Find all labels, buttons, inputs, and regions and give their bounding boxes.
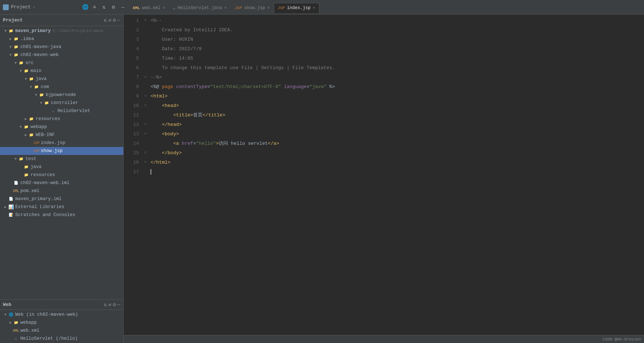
arrow-web-ch02[interactable]: ▼ bbox=[3, 312, 8, 317]
toolbar-btn-globe[interactable]: 🌐 bbox=[81, 4, 89, 11]
arrow-main[interactable]: ▼ bbox=[18, 68, 23, 73]
jsp-icon-index: JSP bbox=[278, 6, 285, 10]
web-panel-header: Web ⇅ ⇄ ⚙ — bbox=[0, 300, 123, 310]
tab-close-index-jsp[interactable]: × bbox=[313, 6, 315, 10]
arrow-scratches bbox=[3, 212, 8, 218]
web-panel-filter[interactable]: ⇄ bbox=[108, 302, 111, 308]
tab-hello-servlet[interactable]: ☕ HelloServlet.java × bbox=[169, 3, 231, 13]
web-tree-item-helloservlet[interactable]: ☕ HelloServlet (/hello) bbox=[0, 335, 123, 343]
arrow-web-inf[interactable]: ▶ bbox=[23, 132, 28, 137]
code-line-17[interactable] bbox=[151, 167, 644, 177]
code-line-15: </body> bbox=[151, 148, 644, 158]
tree-item-external-libs[interactable]: ▶ 📊 External Libraries bbox=[0, 203, 123, 211]
tree-item-resources-test[interactable]: 📁 resources bbox=[0, 171, 123, 179]
arrow-src[interactable]: ▼ bbox=[13, 60, 18, 65]
tab-close-hello-servlet[interactable]: × bbox=[224, 6, 227, 10]
fold-13[interactable]: ▽ bbox=[144, 129, 147, 139]
arrow-webapp[interactable]: ▼ bbox=[18, 124, 23, 129]
web-tree-item-web-xml[interactable]: XML web.xml bbox=[0, 327, 123, 335]
toolbar-btn-align[interactable]: ≡ bbox=[91, 4, 98, 11]
tree-item-java-main[interactable]: ▼ 📁 java bbox=[0, 75, 123, 83]
arrow-resources[interactable]: ▶ bbox=[23, 116, 28, 121]
tree-item-resources[interactable]: ▶ 📁 resources bbox=[0, 115, 123, 123]
fold-10[interactable]: ▽ bbox=[144, 101, 147, 111]
sidebar-ctrl-filter[interactable]: ⇄ bbox=[108, 17, 111, 23]
tree-item-pom-xml[interactable]: XML pom.xml bbox=[0, 187, 123, 195]
tree-item-test[interactable]: ▼ 📁 test bbox=[0, 155, 123, 163]
tree-item-web-inf[interactable]: ▶ 📁 WEB-INF bbox=[0, 131, 123, 139]
toolbar-btn-filter[interactable]: ⇅ bbox=[100, 4, 108, 11]
arrow-web-xml bbox=[8, 328, 13, 333]
arrow-test[interactable]: ▼ bbox=[13, 156, 18, 161]
arrow-java-main[interactable]: ▼ bbox=[23, 76, 28, 81]
code-line-8: <%@ page contentType="text/html;charset=… bbox=[151, 82, 644, 92]
tree-item-show-jsp[interactable]: JSP show.jsp bbox=[0, 147, 123, 155]
arrow-web-webapp[interactable]: ▶ bbox=[8, 320, 13, 325]
tree-item-controller[interactable]: ▼ 📁 controller bbox=[0, 99, 123, 107]
tree-item-maven-primary[interactable]: ▼ 📁 maven_primary E:\IDEA\Projects\mave bbox=[0, 27, 123, 35]
arrow-helloservlet bbox=[45, 108, 50, 113]
java-file-icon: ☕ bbox=[50, 108, 56, 114]
web-tree-item-web-ch02[interactable]: ▼ 🌐 Web (in ch02-maven-web) bbox=[0, 311, 123, 319]
tree-item-java-test[interactable]: 📁 java bbox=[0, 163, 123, 171]
tab-close-show-jsp[interactable]: × bbox=[267, 6, 270, 10]
tree-item-ch01[interactable]: ▼ 📁 ch01-maven-java bbox=[0, 43, 123, 51]
editor-area[interactable]: 1 2 3 4 5 6 7 8 9 10 11 12 13 14 15 16 1… bbox=[124, 15, 644, 343]
web-panel-settings[interactable]: ⚙ bbox=[113, 302, 116, 308]
sidebar-title: Project bbox=[3, 17, 23, 23]
tree-item-com[interactable]: ▼ 📁 com bbox=[0, 83, 123, 91]
code-line-9: <html> bbox=[151, 92, 644, 101]
web-panel-minimize[interactable]: — bbox=[117, 302, 120, 308]
tab-show-jsp[interactable]: JSP show.jsp × bbox=[231, 3, 274, 13]
sidebar-ctrl-minimize[interactable]: — bbox=[117, 17, 120, 23]
code-line-4: Date: 2022/7/9 bbox=[151, 44, 644, 54]
tree-item-iml-ch02[interactable]: 📄 ch02-maven-web.iml bbox=[0, 179, 123, 187]
fold-7[interactable]: ▽ bbox=[144, 73, 147, 82]
tree-item-webapp[interactable]: ▼ 📁 webapp bbox=[0, 123, 123, 131]
arrow-ch02[interactable]: ▼ bbox=[8, 52, 13, 57]
sidebar-ctrl-align[interactable]: ⇅ bbox=[104, 17, 107, 23]
fold-15[interactable]: ▽ bbox=[144, 148, 147, 158]
arrow-ch01[interactable]: ▼ bbox=[8, 44, 13, 49]
iml-icon-ch02: 📄 bbox=[13, 180, 19, 186]
tree-item-scratches[interactable]: 📝 Scratches and Consoles bbox=[0, 211, 123, 219]
arrow-bjpowernode[interactable]: ▼ bbox=[33, 92, 39, 97]
tab-web-xml[interactable]: XML web.xml × bbox=[129, 3, 169, 13]
tree-item-iml-primary[interactable]: 📄 maven_primary.iml bbox=[0, 195, 123, 203]
status-right: CSDN @KK-Greyson bbox=[603, 337, 641, 342]
tree-item-index-jsp[interactable]: JSP index.jsp bbox=[0, 139, 123, 147]
arrow-external-libs[interactable]: ▶ bbox=[3, 204, 8, 210]
code-editor[interactable]: <%-- Created by IntelliJ IDEA. User: HUX… bbox=[149, 15, 644, 335]
arrow-pom-xml bbox=[8, 188, 13, 194]
tree-item-ch02[interactable]: ▼ 📁 ch02-maven-web bbox=[0, 51, 123, 59]
tree-item-main[interactable]: ▼ 📁 main bbox=[0, 67, 123, 75]
tree-item-bjpowernode[interactable]: ▼ 📁 bjpowernode bbox=[0, 91, 123, 99]
folder-icon-ch01: 📁 bbox=[13, 44, 19, 50]
tree-item-src[interactable]: ▼ 📁 src bbox=[0, 59, 123, 67]
web-tree-item-webapp[interactable]: ▶ 📁 webapp bbox=[0, 319, 123, 327]
fold-1[interactable]: ▽ bbox=[144, 16, 147, 25]
code-line-13: <body> bbox=[151, 129, 644, 139]
project-icon bbox=[3, 4, 9, 10]
tree-item-idea[interactable]: ▶ 📁 .idea bbox=[0, 35, 123, 43]
tree-item-helloservlet[interactable]: ☕ HelloServlet bbox=[0, 107, 123, 115]
arrow-java-test bbox=[18, 164, 23, 169]
arrow-maven-primary[interactable]: ▼ bbox=[3, 28, 8, 33]
folder-icon-ch02: 📁 bbox=[13, 52, 19, 58]
fold-9[interactable]: ▽ bbox=[144, 92, 147, 101]
web-panel-align[interactable]: ⇅ bbox=[104, 302, 107, 308]
toolbar-btn-minimize[interactable]: — bbox=[119, 4, 127, 11]
fold-16[interactable]: ▽ bbox=[144, 158, 147, 167]
web-panel-title: Web bbox=[3, 302, 11, 307]
tab-index-jsp[interactable]: JSP index.jsp × bbox=[274, 3, 319, 13]
code-line-14: <a href="hello">访问 hello servlet</a> bbox=[151, 139, 644, 148]
tab-close-web-xml[interactable]: × bbox=[163, 6, 165, 10]
arrow-com[interactable]: ▼ bbox=[28, 84, 33, 89]
fold-12[interactable]: ▽ bbox=[144, 120, 147, 129]
arrow-controller[interactable]: ▼ bbox=[39, 100, 44, 105]
arrow-idea[interactable]: ▶ bbox=[8, 36, 13, 41]
toolbar-btn-settings[interactable]: ⚙ bbox=[110, 4, 117, 11]
sidebar-ctrl-settings[interactable]: ⚙ bbox=[113, 17, 116, 23]
folder-icon-com: 📁 bbox=[33, 84, 39, 90]
title-bar-left: Project ▾ 🌐 ≡ ⇅ ⚙ — bbox=[3, 4, 127, 11]
